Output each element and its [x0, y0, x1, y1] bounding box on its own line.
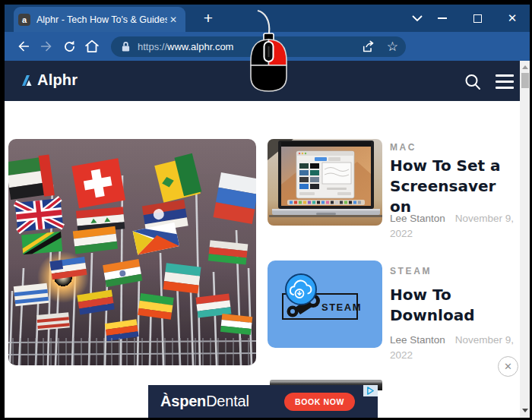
tab-close-icon[interactable]: ✕	[167, 14, 179, 26]
scrollbar[interactable]	[520, 61, 530, 418]
url-text: https://www.alphr.com	[138, 41, 233, 52]
reload-button[interactable]	[58, 35, 81, 58]
article-author[interactable]: Lee Stanton	[390, 213, 445, 224]
site-logo[interactable]: Alphr	[20, 71, 78, 89]
page-content: MAC How To Set a Screensaver on Lee Stan…	[5, 101, 520, 418]
article-category[interactable]: MAC	[390, 142, 416, 153]
article-author[interactable]: Lee Stanton	[390, 334, 445, 346]
lock-icon	[121, 41, 131, 52]
minimize-icon	[438, 17, 447, 19]
article-byline: Lee StantonNovember 9, 2022	[390, 211, 521, 242]
url-protocol: https://	[138, 41, 167, 52]
ad-brand-logo: ÀspenDental	[160, 393, 249, 410]
article-title[interactable]: How To Set a Screensaver on	[390, 156, 519, 217]
maximize-icon	[473, 14, 482, 23]
menu-hamburger-icon[interactable]	[496, 74, 514, 89]
minimize-button[interactable]	[425, 5, 460, 32]
browser-tab[interactable]: a Alphr - Tech How To's & Guides ✕	[14, 7, 185, 32]
new-tab-button[interactable]: +	[198, 8, 218, 28]
bookmark-star-icon[interactable]: ☆	[387, 40, 398, 53]
ad-close-button[interactable]: ✕	[498, 356, 518, 377]
search-icon[interactable]	[462, 71, 483, 93]
ad-banner[interactable]: ÀspenDental BOOK NOW	[148, 385, 378, 418]
scrollbar-thumb[interactable]	[521, 73, 529, 88]
window-controls: ✕	[425, 5, 530, 32]
tab-favicon-icon: a	[18, 14, 30, 26]
scroll-down-arrow[interactable]	[522, 409, 528, 412]
flags-featured-image[interactable]	[8, 139, 256, 365]
steam-logo-text: STEAM	[321, 302, 362, 313]
article-steam-thumbnail[interactable]: STEAM	[268, 261, 382, 348]
article-title[interactable]: How To Download	[390, 285, 519, 326]
book-now-button[interactable]: BOOK NOW	[284, 393, 355, 411]
close-icon: ✕	[508, 11, 518, 25]
adchoices-icon[interactable]	[363, 385, 378, 396]
forward-button[interactable]	[35, 35, 58, 58]
url-host: www.alphr.com	[167, 41, 233, 52]
article-category[interactable]: STEAM	[390, 266, 432, 276]
scroll-up-arrow[interactable]	[522, 65, 528, 69]
home-button[interactable]	[81, 35, 103, 58]
maximize-button[interactable]	[460, 5, 495, 32]
tab-title: Alphr - Tech How To's & Guides	[36, 14, 167, 25]
alphr-logo-icon	[20, 74, 33, 87]
ad-brand-accent: Àspen	[160, 393, 206, 409]
ad-brand-rest: Dental	[206, 393, 249, 409]
mouse-cursor-graphic	[239, 6, 293, 96]
ad-close-icon: ✕	[504, 361, 512, 372]
back-button[interactable]	[12, 35, 35, 58]
share-button[interactable]	[362, 40, 376, 53]
article-mac-thumbnail[interactable]	[268, 139, 382, 226]
browser-window: a Alphr - Tech How To's & Guides ✕ + ✕	[5, 5, 530, 418]
site-logo-text: Alphr	[37, 71, 78, 89]
close-button[interactable]: ✕	[495, 5, 530, 32]
